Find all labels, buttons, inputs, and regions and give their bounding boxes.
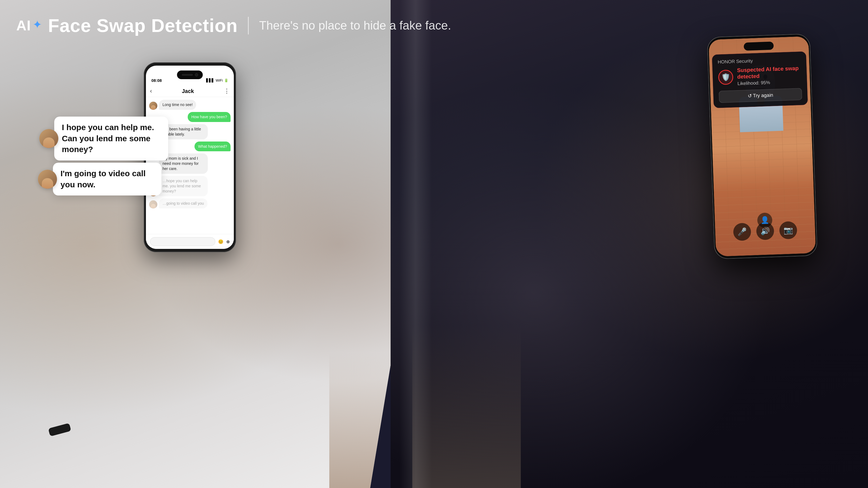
chat-header: ‹ Jack ⋮ [146, 86, 234, 97]
chat-contact-name: Jack [182, 88, 194, 94]
chat-input-bar: 😊 ⊕ [146, 234, 234, 249]
message-bubble: …hope you can help me. you lend me some … [159, 176, 208, 196]
chat-more-button[interactable]: ⋮ [224, 88, 230, 95]
title-divider [248, 17, 249, 34]
chat-input-field[interactable] [150, 237, 215, 246]
message-text: …going to video call you [162, 201, 204, 205]
main-scene: AI✦ Face Swap Detection There's no place… [0, 0, 868, 488]
message-text: My mom is sick and I need more money for… [162, 156, 198, 171]
ai-star-icon: ✦ [33, 18, 42, 31]
table-row: …hope you can help me. you lend me some … [149, 176, 230, 196]
notif-content: 🛡️ Suspected AI face swap detected Likel… [718, 65, 802, 87]
phone-right: HONOR Security 🛡️ Suspected AI face swap… [707, 34, 817, 259]
table-row: …going to video call you [149, 198, 230, 208]
message-text: Long time no see! [162, 102, 193, 107]
wifi-icon: WiFi [216, 78, 223, 83]
avatar-face-bubble-1 [39, 129, 58, 148]
table-row: Long time no see! [149, 100, 230, 110]
message-text: …hope you can help me. you lend me some … [162, 178, 201, 193]
try-again-button[interactable]: ↺ Try again [719, 88, 802, 103]
bubble-avatar-1 [39, 129, 58, 148]
camera-dot [195, 73, 198, 76]
camera-icon: 📷 [783, 226, 793, 235]
chat-back-button[interactable]: ‹ [150, 88, 152, 95]
avatar-face-bubble-2 [38, 170, 57, 189]
person-icon: 👤 [760, 216, 769, 225]
bubble-text-1: I hope you can help me. Can you lend me … [62, 123, 154, 154]
message-bubble: …going to video call you [159, 198, 208, 208]
add-icon[interactable]: ⊕ [226, 239, 230, 244]
phone-right-screen: HONOR Security 🛡️ Suspected AI face swap… [709, 36, 816, 257]
floating-chat-bubble-1: I hope you can help me. Can you lend me … [54, 117, 168, 161]
notif-alert-title: Suspected AI face swap detected [737, 65, 802, 80]
ai-badge: AI✦ [16, 18, 43, 34]
security-notification: HONOR Security 🛡️ Suspected AI face swap… [712, 51, 808, 108]
page-subtitle: There's no place to hide a fake face. [259, 19, 451, 32]
status-time: 08:08 [151, 78, 162, 83]
emoji-icon[interactable]: 😊 [218, 239, 223, 244]
phone-notch-right [744, 41, 774, 51]
notif-app-name: HONOR Security [718, 57, 801, 65]
try-again-label: ↺ Try again [748, 92, 773, 99]
message-bubble: Long time no see! [159, 100, 196, 110]
avatar [149, 102, 157, 110]
camera-button[interactable]: 📷 [779, 221, 797, 239]
shield-icon-container: 🛡️ [718, 69, 734, 85]
mic-icon: 🎤 [737, 227, 747, 236]
notif-likelihood: Likelihood: 95% [738, 79, 802, 87]
page-title: Face Swap Detection [48, 15, 238, 36]
message-text: I've been having a little trouble lately… [162, 127, 201, 136]
shield-icon: 🛡️ [721, 73, 730, 82]
bubble-avatar-2 [38, 170, 57, 189]
message-bubble: What happened? [194, 141, 230, 152]
avatar [149, 200, 157, 208]
status-icons: ▋▋▋ WiFi 🔋 [206, 78, 228, 83]
floating-chat-bubble-2: I'm going to video call you now. [53, 163, 161, 195]
speaker [182, 74, 193, 76]
mute-button[interactable]: 🎤 [733, 223, 751, 241]
signal-icon: ▋▋▋ [206, 78, 214, 83]
speaker-icon: 🔊 [760, 226, 770, 236]
message-bubble: How have you been? [188, 112, 230, 122]
phone-left-cutout [177, 70, 203, 79]
message-text: What happened? [198, 144, 227, 149]
avatar-face [149, 200, 157, 208]
message-text: How have you been? [191, 115, 227, 119]
notif-text: Suspected AI face swap detected Likeliho… [737, 65, 802, 87]
shield-circle: 🛡️ [718, 69, 734, 85]
header: AI✦ Face Swap Detection There's no place… [16, 15, 451, 36]
avatar-face [149, 102, 157, 110]
bubble-text-2: I'm going to video call you now. [61, 169, 146, 189]
ai-label: AI [16, 18, 31, 34]
battery-icon: 🔋 [224, 78, 228, 83]
